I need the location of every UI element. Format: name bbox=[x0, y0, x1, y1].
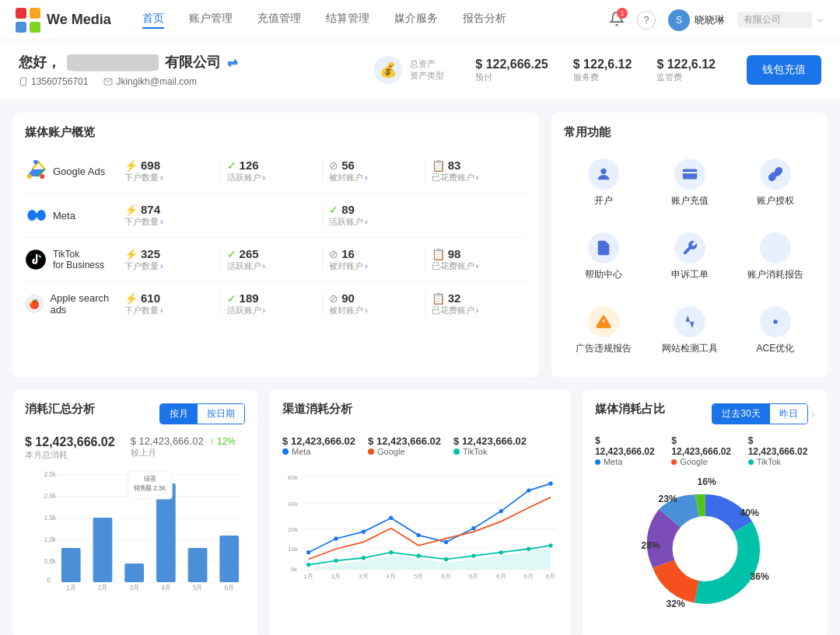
arrow-icon[interactable]: › bbox=[365, 262, 367, 270]
google-stat-4: 📋 83 已花费账户 › bbox=[425, 159, 527, 183]
apple-stat-3: ⊘ 90 被封账户 › bbox=[323, 291, 425, 316]
google-ads-name: Google Ads bbox=[53, 166, 105, 177]
svg-rect-3 bbox=[30, 22, 40, 33]
ace-optimize-icon bbox=[760, 306, 791, 337]
phone-icon bbox=[19, 77, 28, 86]
channel-header: 渠道消耗分析 bbox=[282, 402, 558, 426]
svg-text:2.5k: 2.5k bbox=[44, 470, 57, 479]
svg-text:2月: 2月 bbox=[98, 584, 107, 591]
account-topup-icon bbox=[674, 159, 705, 190]
line-chart: 60k 40k 20k 10k 0k bbox=[282, 462, 558, 587]
svg-rect-0 bbox=[16, 8, 26, 19]
quick-account-topup[interactable]: 账户充值 bbox=[650, 149, 730, 217]
quick-label: 账户消耗报告 bbox=[747, 268, 803, 281]
arrow-icon[interactable]: › bbox=[476, 173, 478, 182]
apple-stat-1: ⚡ 610 下户数量 › bbox=[118, 291, 221, 316]
quick-help-center[interactable]: 帮助中心 bbox=[564, 223, 643, 291]
nav-link-accounts[interactable]: 账户管理 bbox=[189, 12, 233, 29]
quick-functions-grid: 开户 账户充值 账户授权 bbox=[564, 149, 815, 365]
arrow-icon[interactable]: › bbox=[476, 262, 478, 270]
svg-text:6月: 6月 bbox=[524, 573, 534, 580]
tiktok-name: TikTokfor Business bbox=[53, 249, 104, 270]
company-selector[interactable]: 有限公司 bbox=[737, 12, 824, 28]
nav-link-media[interactable]: 媒介服务 bbox=[394, 12, 438, 29]
tab-30days[interactable]: 过去30天 bbox=[712, 404, 769, 424]
arrow-icon[interactable]: › bbox=[263, 262, 265, 270]
arrow-icon[interactable]: › bbox=[263, 173, 265, 182]
consumption-amounts: $ 12,423,666.02 本月总消耗 $ 12,423,666.02 ↑ … bbox=[25, 435, 245, 461]
quick-label: 广告违规报告 bbox=[576, 342, 632, 355]
svg-point-77 bbox=[389, 550, 393, 554]
quick-ace-optimize[interactable]: ACE优化 bbox=[736, 297, 815, 365]
nav-link-reports[interactable]: 报告分析 bbox=[463, 12, 506, 29]
nav-links: 首页 账户管理 充值管理 结算管理 媒介服务 报告分析 bbox=[142, 12, 609, 29]
quick-consumption-report[interactable]: 账户消耗报告 bbox=[736, 223, 815, 291]
arrow-icon[interactable]: › bbox=[160, 218, 163, 226]
svg-point-10 bbox=[27, 174, 32, 179]
apple-logo: 🍎 Apple search ads bbox=[25, 292, 118, 316]
pie-header: 媒体消耗占比 过去30天 昨日 › bbox=[595, 402, 815, 426]
bell-button[interactable]: 1 bbox=[609, 11, 625, 29]
nav-link-topup[interactable]: 充值管理 bbox=[257, 12, 301, 29]
header-right: 💰 总资产 资产类型 $ 122,666.25 预付 $ 122,6.12 服务… bbox=[373, 54, 821, 85]
nav-link-billing[interactable]: 结算管理 bbox=[326, 12, 369, 29]
quick-site-detect[interactable]: 网站检测工具 bbox=[650, 297, 730, 365]
growth-text: ↑ 12% bbox=[210, 436, 236, 447]
svg-point-80 bbox=[471, 553, 475, 557]
account-auth-icon bbox=[760, 159, 791, 190]
arrow-icon[interactable]: › bbox=[476, 306, 478, 315]
svg-point-82 bbox=[527, 547, 530, 551]
arrow-icon[interactable]: › bbox=[160, 173, 163, 182]
arrow-icon[interactable]: › bbox=[365, 218, 367, 226]
svg-point-64 bbox=[306, 550, 310, 554]
tab-by-date[interactable]: 按日期 bbox=[198, 404, 244, 424]
google-stat-2: ✓ 126 活跃账户 › bbox=[221, 159, 324, 183]
svg-text:40k: 40k bbox=[288, 501, 298, 508]
channel-amounts: $ 12,423,666.02 Meta $ 12,423,666.02 Goo… bbox=[282, 435, 558, 456]
tiktok-stat-3: ⊘ 16 被封账户 › bbox=[323, 247, 425, 272]
arrow-icon[interactable]: › bbox=[365, 306, 367, 315]
appeal-ticket-icon bbox=[674, 232, 705, 263]
arrow-icon[interactable]: › bbox=[160, 262, 163, 270]
mgmt-fee: $ 122,6.12 监管费 bbox=[656, 58, 716, 83]
nav-link-home[interactable]: 首页 bbox=[142, 12, 164, 29]
arrow-icon[interactable]: › bbox=[263, 306, 265, 315]
tab-yesterday[interactable]: 昨日 bbox=[770, 404, 807, 424]
service-fee: $ 122,6.12 服务费 bbox=[573, 58, 632, 83]
help-button[interactable]: ? bbox=[637, 11, 656, 30]
apple-stats: ⚡ 610 下户数量 › ✓ 189 活跃账户 › bbox=[118, 291, 527, 316]
channel-title: 渠道消耗分析 bbox=[282, 402, 352, 417]
google-stat-3: ⊘ 56 被封账户 › bbox=[323, 159, 425, 183]
company-name: 有限公司 bbox=[737, 12, 812, 28]
compare-label: 较上月 bbox=[131, 447, 236, 459]
bar-chart: 2.5k 2.0k 1.5k 1.0k 0.5k 0 bbox=[25, 467, 245, 591]
pie-next-icon[interactable]: › bbox=[811, 407, 815, 421]
tiktok-amount: $ 12,423,666.02 TikTok bbox=[453, 435, 527, 456]
arrow-icon[interactable]: › bbox=[365, 173, 367, 182]
media-overview-card: 媒体账户概览 Google Ads bbox=[12, 113, 539, 377]
quick-violation-report[interactable]: 广告违规报告 bbox=[564, 297, 643, 365]
svg-text:6月: 6月 bbox=[469, 573, 478, 580]
quick-open-account[interactable]: 开户 bbox=[564, 149, 643, 217]
svg-text:32%: 32% bbox=[666, 598, 684, 609]
svg-text:40%: 40% bbox=[740, 508, 758, 518]
google-stat-1: ⚡ 698 下户数量 › bbox=[118, 159, 221, 183]
compare-consumption: $ 12,423,666.02 ↑ 12% 较上月 bbox=[131, 435, 236, 461]
user-menu[interactable]: S 晓晓琳 bbox=[668, 9, 725, 31]
greeting-text: 您好， bbox=[19, 53, 61, 72]
arrow-icon[interactable]: › bbox=[160, 306, 163, 315]
logo: We Media bbox=[16, 8, 111, 33]
svg-text:1.5k: 1.5k bbox=[44, 514, 57, 522]
quick-appeal-ticket[interactable]: 申诉工单 bbox=[650, 223, 730, 291]
navigation: We Media 首页 账户管理 充值管理 结算管理 媒介服务 报告分析 1 ?… bbox=[0, 0, 840, 40]
wallet-button[interactable]: 钱包充值 bbox=[747, 55, 821, 85]
total-consumption: $ 12,423,666.02 本月总消耗 bbox=[25, 435, 115, 461]
service-fee-value: $ 122,6.12 bbox=[573, 58, 632, 72]
switch-icon[interactable]: ⇌ bbox=[227, 55, 237, 70]
tab-by-month[interactable]: 按月 bbox=[160, 404, 198, 424]
svg-rect-2 bbox=[16, 22, 26, 33]
quick-account-auth[interactable]: 账户授权 bbox=[736, 149, 815, 217]
greeting: 您好， ████████ 有限公司 ⇌ bbox=[19, 53, 373, 72]
username: 晓晓琳 bbox=[695, 13, 725, 27]
tiktok-stat-2: ✓ 265 活跃账户 › bbox=[221, 247, 324, 272]
